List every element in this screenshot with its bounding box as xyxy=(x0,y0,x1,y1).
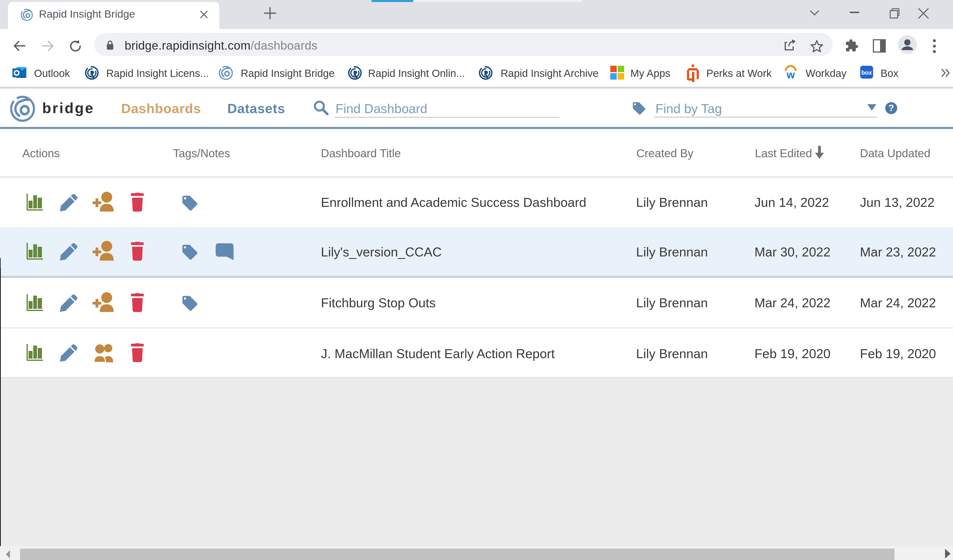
svg-text:w: w xyxy=(787,69,795,80)
svg-text:box: box xyxy=(861,69,872,76)
svg-text:?: ? xyxy=(888,103,894,113)
